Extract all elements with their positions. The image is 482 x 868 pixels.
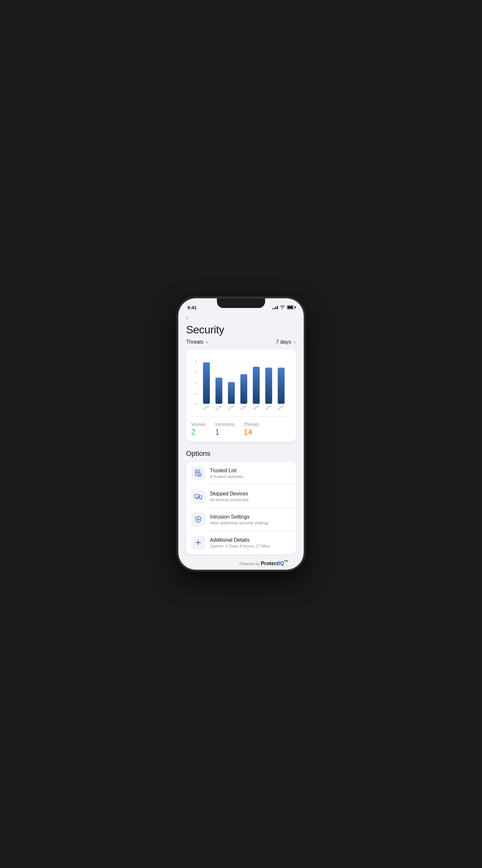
- svg-rect-22: [278, 368, 284, 404]
- legend-threats: Threats 14: [244, 422, 259, 437]
- footer: Powered by ProtectIQ™: [186, 554, 296, 569]
- intrusion-settings-subtitle: View additional security settings: [210, 521, 291, 525]
- phone-screen: 9:41: [178, 298, 304, 570]
- additional-details-title: Additional Details: [210, 537, 291, 543]
- trusted-list-icon-wrap: [191, 466, 205, 480]
- status-icons: [272, 305, 295, 310]
- period-chevron: ∨: [293, 340, 296, 344]
- options-card: Trusted List 4 trusted websites: [186, 462, 296, 554]
- svg-text:24Feb: 24Feb: [252, 404, 259, 411]
- wifi-icon: [280, 305, 285, 310]
- chart-svg: 4 3 2 1 0: [191, 354, 291, 412]
- skipped-devices-icon-wrap: [191, 489, 205, 503]
- period-filter[interactable]: 7 days ∨: [276, 339, 296, 345]
- brand-name: ProtectIQ™: [261, 561, 288, 566]
- notch: [217, 298, 265, 308]
- threats-label: Threats: [244, 422, 259, 427]
- trusted-list-subtitle: 4 trusted websites: [210, 474, 291, 479]
- svg-text:22Feb: 22Feb: [227, 404, 234, 411]
- svg-rect-14: [228, 382, 234, 404]
- intrusion-settings-icon-wrap: [191, 513, 205, 527]
- options-title: Options: [186, 450, 296, 458]
- chart-card: 4 3 2 1 0: [186, 349, 296, 442]
- period-label: 7 days: [276, 339, 291, 345]
- svg-text:25Feb: 25Feb: [264, 404, 272, 411]
- svg-text:3: 3: [195, 371, 197, 374]
- threats-value: 14: [244, 428, 259, 437]
- skipped-devices-title: Skipped Devices: [210, 491, 291, 497]
- plus-icon: [194, 538, 202, 547]
- intrusion-settings-item[interactable]: Intrusion Settings View additional secur…: [186, 508, 296, 531]
- intrusion-settings-title: Intrusion Settings: [210, 514, 291, 520]
- category-label: Threats: [186, 339, 203, 345]
- additional-details-icon-wrap: [191, 535, 205, 550]
- category-filter[interactable]: Threats ∨: [186, 339, 208, 345]
- legend-intrusions: Intrusions 1: [215, 422, 234, 437]
- brand-iq: IQ: [279, 561, 284, 566]
- svg-text:1: 1: [195, 393, 197, 396]
- viruses-value: 2: [191, 428, 206, 437]
- skipped-devices-text: Skipped Devices All devices protected: [210, 491, 291, 502]
- bar-chart: 4 3 2 1 0: [191, 354, 291, 412]
- svg-rect-20: [265, 368, 272, 404]
- shield-gear-icon: [194, 515, 202, 524]
- trusted-list-text: Trusted List 4 trusted websites: [210, 468, 291, 479]
- phone-frame: 9:41: [178, 298, 304, 570]
- svg-rect-10: [203, 362, 210, 404]
- svg-text:2: 2: [195, 381, 197, 385]
- svg-rect-16: [240, 374, 247, 404]
- svg-rect-12: [216, 378, 222, 404]
- filter-row: Threats ∨ 7 days ∨: [186, 339, 296, 345]
- chart-legend: Viruses 2 Intrusions 1 Threats 14: [191, 421, 291, 437]
- additional-details-subtitle: Uptime: 4 Days 8 Hours 27 Mins: [210, 544, 291, 549]
- signal-icon: [272, 305, 278, 309]
- svg-text:4: 4: [195, 360, 197, 363]
- svg-text:26Feb: 26Feb: [277, 404, 284, 411]
- trusted-list-title: Trusted List: [210, 468, 291, 473]
- category-chevron: ∨: [205, 340, 208, 344]
- brand-trademark: ™: [284, 559, 288, 564]
- intrusions-label: Intrusions: [215, 422, 234, 427]
- intrusion-settings-text: Intrusion Settings View additional secur…: [210, 514, 291, 525]
- additional-details-item[interactable]: Additional Details Uptime: 4 Days 8 Hour…: [186, 531, 296, 554]
- svg-point-34: [198, 519, 199, 520]
- legend-viruses: Viruses 2: [191, 422, 206, 437]
- page-title: Security: [186, 323, 296, 336]
- svg-text:21Feb: 21Feb: [215, 404, 222, 411]
- powered-by-label: Powered by: [239, 562, 260, 566]
- battery-icon: [287, 305, 295, 309]
- viruses-label: Viruses: [191, 422, 206, 427]
- list-icon: [194, 469, 202, 477]
- intrusions-value: 1: [215, 428, 234, 437]
- back-button[interactable]: ‹: [186, 314, 188, 322]
- trusted-list-item[interactable]: Trusted List 4 trusted websites: [186, 462, 296, 485]
- svg-text:20Feb: 20Feb: [202, 404, 210, 411]
- svg-rect-18: [253, 367, 260, 404]
- main-content: ‹ Security Threats ∨ 7 days ∨: [178, 312, 304, 570]
- svg-text:0: 0: [195, 402, 197, 405]
- brand-protect: Protect: [261, 561, 279, 566]
- skipped-devices-item[interactable]: Skipped Devices All devices protected: [186, 485, 296, 508]
- devices-icon: [194, 492, 202, 500]
- svg-text:23Feb: 23Feb: [240, 404, 247, 411]
- skipped-devices-subtitle: All devices protected: [210, 497, 291, 502]
- status-time: 9:41: [187, 305, 197, 310]
- additional-details-text: Additional Details Uptime: 4 Days 8 Hour…: [210, 537, 291, 549]
